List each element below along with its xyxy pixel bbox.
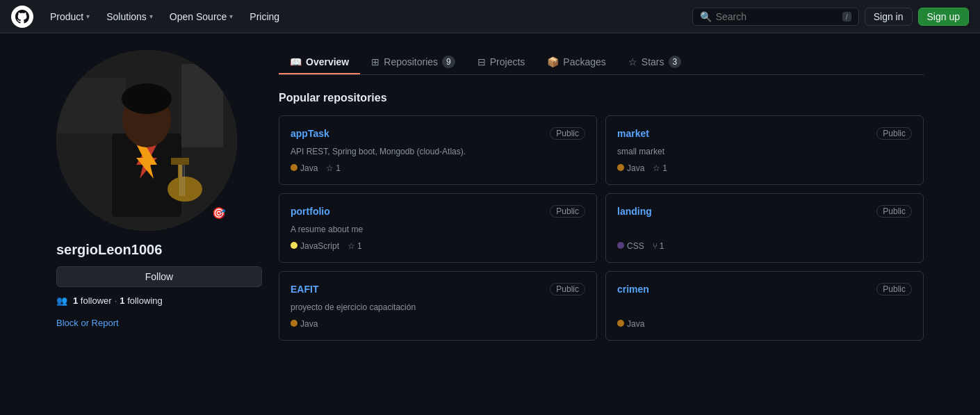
box-icon: 📦 <box>547 56 559 67</box>
repo-desc: small market <box>617 145 912 158</box>
avatar-container: 🎯 <box>56 50 237 231</box>
popular-repos-section: Popular repositories appTask Public API … <box>279 92 924 341</box>
avatar <box>56 50 237 231</box>
lang-dot <box>617 242 624 249</box>
repo-desc: proyecto de ejercicio capacitación <box>291 301 585 314</box>
nav-product[interactable]: Product ▾ <box>44 7 95 26</box>
repo-stars: ☆1 <box>348 241 362 251</box>
repo-card-portfolio: portfolio Public A resume about me JavaS… <box>279 193 597 263</box>
repo-name-market[interactable]: market <box>617 128 649 139</box>
repo-meta: Java <box>291 319 585 329</box>
svg-rect-4 <box>181 64 223 147</box>
repo-stars: ☆1 <box>653 163 667 173</box>
following-link[interactable]: 1 following <box>120 295 162 306</box>
tab-packages[interactable]: 📦 Packages <box>536 51 616 74</box>
lang-dot <box>291 320 297 327</box>
repo-name-crimen[interactable]: crimen <box>617 284 649 295</box>
repo-meta: JavaScript ☆1 <box>291 241 585 251</box>
repo-card-eafit: EAFIT Public proyecto de ejercicio capac… <box>279 271 597 341</box>
follow-button[interactable]: Follow <box>56 266 262 287</box>
book-icon: 📖 <box>290 56 302 67</box>
repo-name-eafit[interactable]: EAFIT <box>291 284 318 295</box>
chevron-down-icon: ▾ <box>229 13 233 20</box>
github-logo[interactable] <box>11 6 33 28</box>
star-icon: ☆ <box>326 163 334 173</box>
repo-desc <box>617 223 912 236</box>
popular-repos-title: Popular repositories <box>279 92 924 104</box>
people-icon: 👥 <box>56 295 67 306</box>
star-icon: ☆ <box>653 163 660 173</box>
tab-repositories[interactable]: ⊞ Repositories 9 <box>360 50 466 75</box>
svg-rect-5 <box>56 78 126 133</box>
repo-header: portfolio Public <box>291 205 585 218</box>
repo-forks: ⑂1 <box>653 241 664 251</box>
repo-name-landing[interactable]: landing <box>617 206 652 217</box>
username: sergioLeon1006 <box>56 242 262 258</box>
repositories-count: 9 <box>442 56 455 68</box>
tab-overview[interactable]: 📖 Overview <box>279 51 360 74</box>
repo-card-crimen: crimen Public Java <box>605 271 924 341</box>
sidebar: 🎯 sergioLeon1006 Follow 👥 1 follower · 1… <box>56 50 262 341</box>
repo-badge: Public <box>876 127 912 140</box>
search-box[interactable]: 🔍 / <box>692 8 859 26</box>
lang-dot <box>617 320 624 327</box>
lang-dot <box>291 242 297 249</box>
svg-point-10 <box>122 83 172 114</box>
repo-badge: Public <box>876 283 912 295</box>
tab-stars[interactable]: ☆ Stars 3 <box>617 50 692 75</box>
follower-info: 👥 1 follower · 1 following <box>56 295 262 306</box>
repo-header: EAFIT Public <box>291 283 585 295</box>
repo-header: appTask Public <box>291 127 585 140</box>
repo-card-market: market Public small market Java ☆1 <box>605 115 924 185</box>
tab-projects[interactable]: ⊟ Projects <box>466 51 537 74</box>
repo-meta: Java <box>617 319 912 329</box>
repo-desc <box>617 301 912 314</box>
repo-header: market Public <box>617 127 912 140</box>
tabs: 📖 Overview ⊞ Repositories 9 ⊟ Projects 📦… <box>279 50 924 75</box>
chevron-down-icon: ▾ <box>149 13 153 20</box>
repo-card-apptask: appTask Public API REST, Spring boot, Mo… <box>279 115 597 185</box>
nav-opensource[interactable]: Open Source ▾ <box>164 7 239 26</box>
chevron-down-icon: ▾ <box>86 13 90 20</box>
repo-card-landing: landing Public CSS ⑂1 <box>605 193 924 263</box>
star-icon: ☆ <box>628 56 637 67</box>
followers-link[interactable]: 1 follower <box>73 295 112 306</box>
search-input[interactable] <box>716 11 838 22</box>
repo-name-apptask[interactable]: appTask <box>291 128 329 139</box>
repo-badge: Public <box>876 205 912 218</box>
repo-meta: Java ☆1 <box>617 163 912 173</box>
main-container: 🎯 sergioLeon1006 Follow 👥 1 follower · 1… <box>45 33 935 357</box>
fork-icon: ⑂ <box>653 241 658 251</box>
signin-button[interactable]: Sign in <box>865 8 913 26</box>
svg-point-11 <box>168 177 202 202</box>
repos-grid: appTask Public API REST, Spring boot, Mo… <box>279 115 924 341</box>
repo-badge: Public <box>550 205 585 218</box>
search-kbd: / <box>842 12 851 22</box>
lang-dot <box>291 164 297 171</box>
navbar: Product ▾ Solutions ▾ Open Source ▾ Pric… <box>0 0 980 33</box>
block-report-link[interactable]: Block or Report <box>56 318 119 328</box>
repo-meta: CSS ⑂1 <box>617 241 912 251</box>
signup-button[interactable]: Sign up <box>918 8 969 26</box>
svg-rect-13 <box>171 158 189 165</box>
repo-header: landing Public <box>617 205 912 218</box>
repo-header: crimen Public <box>617 283 912 295</box>
table-icon: ⊟ <box>477 56 486 67</box>
repo-badge: Public <box>550 283 585 295</box>
lang-dot <box>617 164 624 171</box>
avatar-badge: 🎯 <box>208 202 230 224</box>
repo-meta: Java ☆1 <box>291 163 585 173</box>
nav-solutions[interactable]: Solutions ▾ <box>101 7 158 26</box>
search-icon: 🔍 <box>700 11 712 22</box>
repo-stars: ☆1 <box>326 163 341 173</box>
star-icon: ☆ <box>348 241 355 251</box>
repo-name-portfolio[interactable]: portfolio <box>291 206 330 217</box>
content-area: 📖 Overview ⊞ Repositories 9 ⊟ Projects 📦… <box>279 50 924 341</box>
repo-desc: A resume about me <box>291 223 585 236</box>
repo-badge: Public <box>550 127 585 140</box>
grid-icon: ⊞ <box>371 56 379 67</box>
stars-count: 3 <box>669 56 682 68</box>
repo-desc: API REST, Spring boot, Mongodb (cloud-At… <box>291 145 585 158</box>
nav-pricing[interactable]: Pricing <box>244 7 285 26</box>
